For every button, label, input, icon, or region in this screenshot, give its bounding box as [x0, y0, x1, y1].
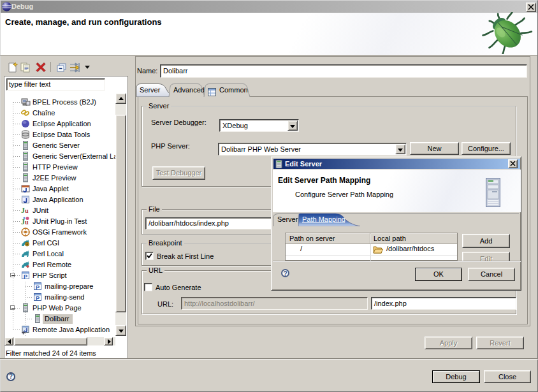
svg-text:u: u	[25, 207, 29, 214]
svg-text:P: P	[36, 284, 40, 291]
svg-text:P: P	[36, 295, 40, 301]
svg-text:P: P	[24, 273, 27, 280]
